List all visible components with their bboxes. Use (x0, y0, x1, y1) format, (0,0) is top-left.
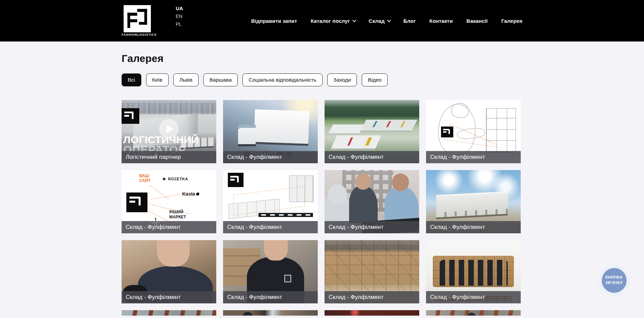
gallery-item-partial[interactable] (426, 310, 521, 316)
gallery-filters: ВсіКиївЛьвівВаршаваСоціальна відповідаль… (122, 73, 521, 86)
play-icon[interactable] (159, 119, 179, 139)
diagram-label: ВАШ САЙТ (139, 173, 158, 183)
brand-logo[interactable]: FASHIONLOGISTICS (122, 5, 153, 36)
gallery-item-image (122, 310, 216, 316)
diagram-label: ІНШИЙ МАРКЕТ (169, 210, 193, 220)
gallery-item-caption: Склад - Фулфілмент (426, 221, 521, 233)
gallery-item-partial[interactable] (223, 310, 318, 316)
contact-fab-line2: ЗВ'ЯЗКУ (606, 280, 623, 286)
page-title: Галерея (122, 53, 521, 64)
gallery-item-11[interactable]: Склад - Фулфілмент (325, 240, 419, 303)
brand-name: FASHIONLOGISTICS (122, 33, 153, 36)
gallery-item-image (223, 310, 318, 316)
filter-button[interactable]: Відео (362, 73, 388, 86)
language-option-ua[interactable]: UA (176, 5, 183, 11)
gallery-item-caption: Склад - Фулфілмент (223, 221, 318, 233)
language-option-pl[interactable]: PL (176, 21, 183, 27)
gallery-item-6[interactable]: Склад - Фулфілмент (223, 170, 318, 233)
gallery-item-caption: Склад - Фулфілмент (325, 291, 419, 303)
gallery-item-caption: Склад - Фулфілмент (122, 221, 216, 233)
contact-fab-halo: КНОПКА ЗВ'ЯЗКУ (598, 265, 630, 296)
fashionlogistics-logo-icon (228, 173, 244, 187)
filter-button[interactable]: Соціальна відповідальність (242, 73, 323, 86)
gallery-item-10[interactable]: Склад - Фулфілмент (223, 240, 318, 303)
fashionlogistics-logo-icon (122, 5, 153, 32)
nav-item[interactable]: Склад (369, 18, 390, 24)
gallery-item-9[interactable]: Склад - Фулфілмент (122, 240, 216, 303)
nav-item[interactable]: Галерея (501, 18, 522, 24)
filter-button[interactable]: Всі (122, 73, 141, 86)
gallery-item-8[interactable]: Склад - Фулфілмент (426, 170, 521, 233)
contact-fab-button[interactable]: КНОПКА ЗВ'ЯЗКУ (602, 268, 627, 293)
diagram-label: Kasta (182, 191, 199, 197)
gallery-item-partial[interactable] (122, 310, 216, 316)
fashionlogistics-logo-icon (122, 108, 139, 124)
move-cursor-icon (151, 217, 160, 227)
nav-item[interactable]: Блог (404, 18, 416, 24)
gallery-item-7[interactable]: Склад - Фулфілмент (325, 170, 419, 233)
nav-item[interactable]: Каталог послуг (311, 18, 355, 24)
nav-item[interactable]: Відправити запит (251, 18, 297, 24)
gallery-item-1[interactable]: ЛОГІСТИЧНИЙОПЕРАТОР Логістичний партнер (122, 100, 216, 163)
filter-button[interactable]: Варшава (203, 73, 238, 86)
contact-fab-line1: КНОПКА (606, 275, 623, 280)
fashionlogistics-logo-icon (126, 193, 147, 212)
gallery-item-caption: Склад - Фулфілмент (325, 221, 419, 233)
site-header: FASHIONLOGISTICS UAENPL Відправити запит… (0, 0, 644, 41)
language-switcher: UAENPL (176, 5, 183, 27)
gallery-item-5[interactable]: ВАШ САЙТROZETKAKastaІНШИЙ МАРКЕТ Склад -… (122, 170, 216, 233)
filter-button[interactable]: Заходи (327, 73, 357, 86)
gallery-item-caption: Склад - Фулфілмент (426, 151, 521, 163)
gallery-item-caption: Логістичний партнер (122, 151, 216, 163)
gallery-item-12[interactable]: Склад - Фулфілмент (426, 240, 521, 303)
gallery-item-caption: Склад - Фулфілмент (223, 151, 318, 163)
gallery-item-image (426, 310, 521, 316)
fashionlogistics-logo-icon (441, 127, 453, 137)
main-nav: Відправити запит Каталог послуг Склад Бл… (251, 0, 522, 41)
gallery-item-caption: Склад - Фулфілмент (325, 151, 419, 163)
gallery-item-3[interactable]: Склад - Фулфілмент (325, 100, 419, 163)
gallery-grid: ЛОГІСТИЧНИЙОПЕРАТОР Логістичний партнер … (122, 100, 521, 316)
nav-item[interactable]: Вакансії (467, 18, 488, 24)
gallery-page: { "brand": { "name": "FASHIONLOGISTICS" … (0, 0, 644, 318)
language-option-en[interactable]: EN (176, 14, 183, 19)
nav-item[interactable]: Контакти (429, 18, 453, 24)
filter-button[interactable]: Київ (146, 73, 169, 86)
gallery-item-4[interactable]: Склад - Фулфілмент (426, 100, 521, 163)
gallery-item-image (325, 310, 419, 316)
filter-button[interactable]: Львів (173, 73, 199, 86)
diagram-label: ROZETKA (162, 176, 188, 181)
chevron-down-icon (387, 18, 391, 22)
gallery-item-partial[interactable] (325, 310, 419, 316)
main-content: Галерея ВсіКиївЛьвівВаршаваСоціальна від… (122, 41, 521, 316)
gallery-item-caption: Склад - Фулфілмент (223, 291, 318, 303)
gallery-item-2[interactable]: Склад - Фулфілмент (223, 100, 318, 163)
chevron-down-icon (352, 18, 356, 22)
gallery-item-caption: Склад - Фулфілмент (122, 291, 216, 303)
gallery-item-caption: Склад - Фулфілмент (426, 291, 521, 303)
